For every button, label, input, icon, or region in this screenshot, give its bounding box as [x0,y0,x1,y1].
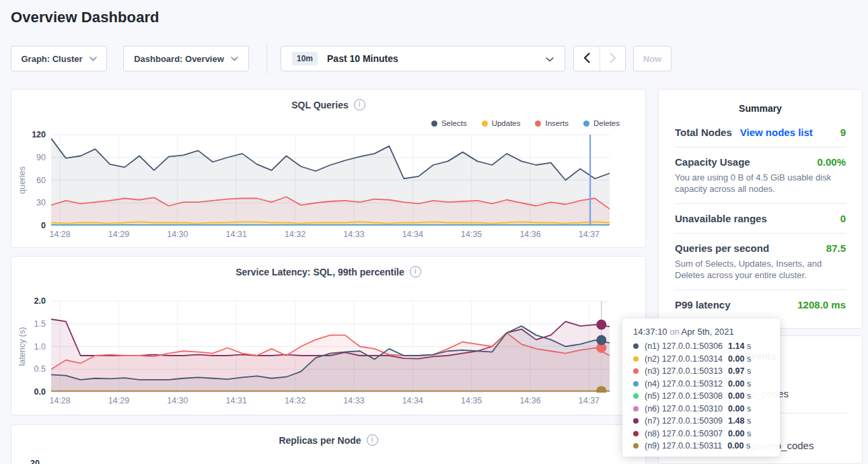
tooltip-node-value: 1.48 s [728,416,751,426]
total-nodes-label: Total Nodes [675,127,732,138]
info-icon[interactable]: i [354,99,365,110]
tooltip-node-value: 0.00 s [727,441,750,451]
legend-label: Updates [492,119,521,127]
unavailable-ranges-row: Unavailable ranges 0 [675,204,846,234]
tooltip-header: 14:37:10 on Apr 5th, 2021 [633,327,769,337]
sql-chart-legend: SelectsUpdatesInsertsDeletes [431,119,620,127]
node-color-dot [633,356,639,362]
tooltip-row: (n6) 127.0.0.1:503100.00 s [633,403,769,416]
chart-tooltip: 14:37:10 on Apr 5th, 2021 (n1) 127.0.0.1… [622,319,780,457]
dashboard-dropdown[interactable]: Dashboard: Overview [123,46,249,71]
node-color-dot [633,393,639,399]
x-tick-label: 14:30 [167,230,188,239]
tooltip-node-unit: s [744,379,751,389]
chevron-down-icon [231,57,238,61]
legend-item-inserts[interactable]: Inserts [535,119,569,127]
view-nodes-link[interactable]: View nodes list [740,127,813,138]
sql-queries-chart[interactable]: 030609012014:2814:2914:3014:3114:3214:33… [11,90,647,248]
chart-title: Replicas per Node [279,435,361,446]
y-tick-label: 120 [32,130,46,139]
graph-dropdown[interactable]: Graph: Cluster [11,46,107,71]
y-tick-label: 0.5 [34,364,46,374]
legend-dot [583,121,589,127]
legend-dot [482,121,488,127]
tooltip-row: (n5) 127.0.0.1:503080.00 s [633,390,769,403]
time-nav-group [573,46,626,71]
hover-dot [596,335,606,345]
toolbar-divider [266,42,267,74]
tooltip-node-label: (n2) 127.0.0.1:50314 [645,354,723,364]
tooltip-node-label: (n9) 127.0.0.1:50311 [645,441,722,451]
tooltip-row: (n9) 127.0.0.1:503110.00 s [633,440,769,453]
tooltip-node-value: 0.00 s [728,354,751,364]
x-tick-label: 14:32 [285,230,305,239]
chevron-down-icon [546,53,554,65]
chevron-right-icon [610,53,616,65]
tooltip-row: (n7) 127.0.0.1:503091.48 s [633,415,769,428]
y-tick-label: 0.0 [34,387,46,397]
node-color-dot [633,406,639,411]
chart-title: Service Latency: SQL, 99th percentile [236,267,404,277]
x-tick-label: 14:34 [402,230,423,239]
x-tick-label: 14:28 [49,230,70,239]
capacity-usage-label: Capacity Usage [675,156,750,168]
time-prev-button[interactable] [574,46,600,71]
tooltip-node-value: 0.97 s [728,366,751,376]
tooltip-node-label: (n1) 127.0.0.1:50306 [645,341,723,351]
y-tick-label: 90 [36,153,46,162]
summary-title: Summary [675,103,846,114]
time-range-picker[interactable]: 10m Past 10 Minutes [281,46,565,71]
legend-label: Inserts [545,119,569,127]
tooltip-node-label: (n3) 127.0.0.1:50313 [645,366,723,376]
qps-row: Queries per second 87.5 Sum of Selects, … [675,234,846,290]
x-tick-label: 14:33 [343,230,364,239]
x-tick-label: 14:37 [579,396,600,405]
p99-latency-row: P99 latency 1208.0 ms [675,290,846,319]
total-nodes-row: Total Nodes View nodes list 9 [675,118,846,147]
legend-label: Selects [441,119,467,127]
now-button[interactable]: Now [633,46,672,71]
p99-latency-value: 1208.0 ms [797,299,846,310]
tooltip-on: on [670,327,679,337]
sql-queries-card: 030609012014:2814:2914:3014:3114:3214:33… [11,89,646,248]
tooltip-date: Apr 5th, 2021 [682,327,734,337]
tooltip-row: (n3) 127.0.0.1:503130.97 s [633,365,769,378]
legend-item-selects[interactable]: Selects [431,119,467,127]
summary-panel: Summary Total Nodes View nodes list 9 Ca… [658,89,863,329]
graph-dropdown-label: Graph: Cluster [21,54,82,64]
qps-desc: Sum of Selects, Updates, Inserts, and De… [675,258,846,281]
y-tick-label: 30 [36,198,46,207]
legend-item-deletes[interactable]: Deletes [583,119,620,127]
plot-area [51,319,610,392]
y-tick-label: 1.5 [34,319,46,329]
tooltip-row: (n4) 127.0.0.1:503120.00 s [633,378,769,391]
tooltip-node-value: 0.00 s [728,404,751,413]
x-tick-label: 14:36 [519,396,540,405]
y-tick-label: 2.0 [34,296,46,306]
tooltip-node-value: 0.00 s [728,429,751,438]
chevron-left-icon [583,53,590,65]
range-label: Past 10 Minutes [327,53,398,64]
y-tick-label: 0 [41,221,46,230]
plot-area [51,139,610,226]
x-tick-label: 14:35 [461,396,482,405]
hover-dot [596,386,606,396]
chart-title: SQL Queries [291,100,349,110]
tooltip-time: 14:37:10 [633,327,667,337]
legend-label: Deletes [593,119,620,127]
tooltip-node-unit: s [744,404,751,413]
x-tick-label: 14:34 [402,396,423,405]
tooltip-node-unit: s [744,441,750,451]
capacity-usage-desc: You are using 0 B of 4.5 GiB usable disk… [675,172,846,195]
latency-chart[interactable]: 0.00.51.01.52.014:2814:2914:3014:3114:32… [11,257,647,416]
overview-dashboard-page: { "page": { "title": "Overview Dashboard… [0,0,868,464]
info-icon[interactable]: i [367,434,378,446]
info-icon[interactable]: i [410,266,421,277]
tooltip-row: (n1) 127.0.0.1:503061.14 s [633,340,769,353]
tooltip-rows: (n1) 127.0.0.1:503061.14 s(n2) 127.0.0.1… [633,340,769,453]
x-tick-label: 14:36 [519,230,540,239]
legend-item-updates[interactable]: Updates [482,119,521,127]
time-next-button[interactable] [600,46,625,71]
range-badge: 10m [292,52,318,65]
tooltip-node-label: (n4) 127.0.0.1:50312 [645,379,723,389]
